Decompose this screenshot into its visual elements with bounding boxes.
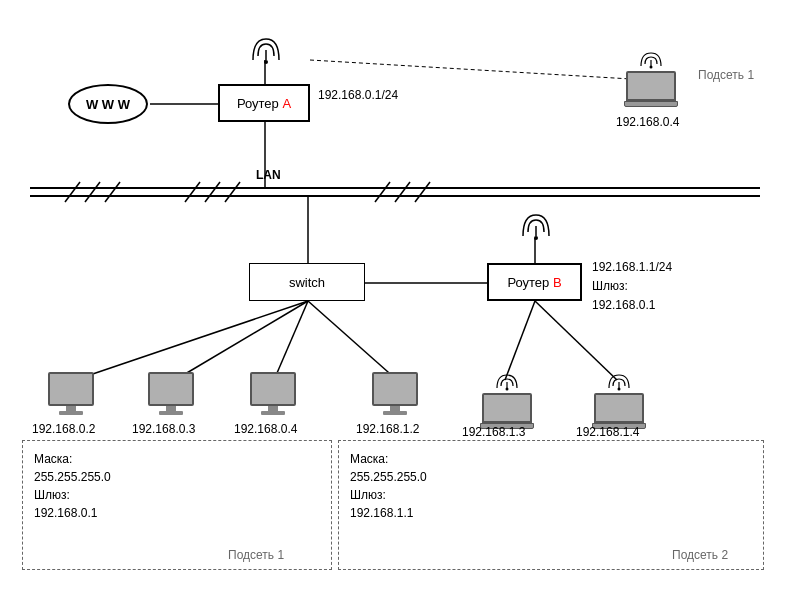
laptop-pc5 [480, 374, 534, 429]
router-a-wifi [248, 36, 284, 64]
wifi-pc5 [492, 374, 522, 392]
svg-line-17 [274, 301, 308, 380]
computer-pc4 [372, 372, 418, 415]
svg-line-6 [205, 182, 220, 202]
svg-line-7 [225, 182, 240, 202]
switch-node: switch [249, 263, 365, 301]
svg-line-18 [308, 301, 397, 380]
screen-pc5 [482, 393, 532, 423]
router-a-ip: 192.168.0.1/24 [318, 88, 398, 102]
svg-line-5 [185, 182, 200, 202]
ip-pc1: 192.168.0.2 [32, 422, 95, 436]
svg-line-2 [65, 182, 80, 202]
svg-line-8 [375, 182, 390, 202]
base-pc3 [261, 411, 285, 415]
laptop-pc6 [592, 374, 646, 429]
base-pc1 [59, 411, 83, 415]
wifi-pc6 [604, 374, 634, 392]
svg-line-3 [85, 182, 100, 202]
computer-pc2 [148, 372, 194, 415]
ip-pc6: 192.168.1.4 [576, 425, 639, 439]
router-b-label: Роутер В [507, 275, 561, 290]
ip-pc2: 192.168.0.3 [132, 422, 195, 436]
svg-line-21 [505, 301, 535, 380]
subnet1-top-label: Подсеть 1 [698, 68, 754, 82]
router-a: Роутер А [218, 84, 310, 122]
www-node: W W W [68, 84, 148, 124]
monitor-pc3 [250, 372, 296, 406]
svg-point-24 [264, 60, 268, 64]
screen-top [626, 71, 676, 101]
svg-line-16 [175, 301, 308, 380]
lan-label: LAN [256, 168, 281, 182]
svg-line-23 [310, 60, 648, 80]
laptop-top [624, 52, 678, 107]
router-b: Роутер В [487, 263, 582, 301]
base-top [624, 101, 678, 107]
ip-pc3: 192.168.0.4 [234, 422, 297, 436]
router-a-letter: А [282, 96, 291, 111]
network-diagram: W W W Роутер А 192.168.0.1/24 LAN switch… [0, 0, 800, 600]
svg-line-4 [105, 182, 120, 202]
computer-pc1 [48, 372, 94, 415]
svg-point-27 [618, 388, 621, 391]
screen-pc6 [594, 393, 644, 423]
ip-top: 192.168.0.4 [616, 115, 679, 129]
switch-label: switch [289, 275, 325, 290]
subnet2-bottom-label: Подсеть 2 [672, 548, 728, 562]
ip-pc4: 192.168.1.2 [356, 422, 419, 436]
base-pc4 [383, 411, 407, 415]
svg-line-15 [75, 301, 308, 380]
svg-point-25 [534, 236, 538, 240]
www-label: W W W [86, 97, 130, 112]
router-b-wifi [518, 210, 554, 240]
svg-line-9 [395, 182, 410, 202]
router-b-letter: В [553, 275, 562, 290]
monitor-pc4 [372, 372, 418, 406]
svg-point-26 [506, 388, 509, 391]
monitor-pc2 [148, 372, 194, 406]
svg-line-10 [415, 182, 430, 202]
subnet1-bottom-label: Подсеть 1 [228, 548, 284, 562]
ip-pc5: 192.168.1.3 [462, 425, 525, 439]
base-pc2 [159, 411, 183, 415]
svg-point-28 [650, 66, 653, 69]
monitor-pc1 [48, 372, 94, 406]
computer-pc3 [250, 372, 296, 415]
subnet1-info: Маска: 255.255.255.0 Шлюз: 192.168.0.1 [34, 450, 111, 522]
router-b-ip: 192.168.1.1/24 Шлюз: 192.168.0.1 [592, 258, 672, 316]
router-a-label: Роутер А [237, 96, 291, 111]
wifi-top-laptop [636, 52, 666, 70]
subnet2-info: Маска: 255.255.255.0 Шлюз: 192.168.1.1 [350, 450, 427, 522]
